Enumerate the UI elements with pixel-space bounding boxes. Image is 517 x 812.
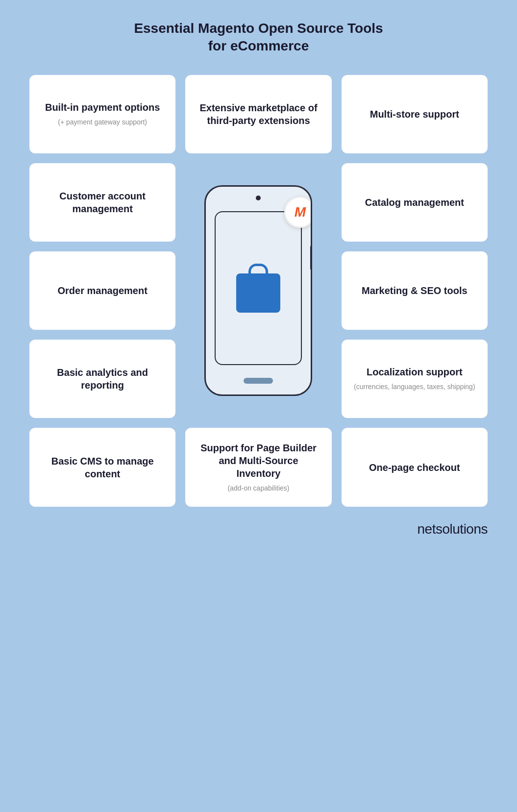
card-title: Order management	[57, 284, 147, 297]
card-title: One-page checkout	[369, 461, 460, 474]
phone-camera-dot	[256, 196, 261, 200]
card-multi-store: Multi-store support	[342, 75, 488, 153]
card-title: Extensive marketplace of third-party ext…	[197, 101, 320, 127]
phone-body: M	[204, 185, 312, 396]
card-order-management: Order management	[29, 251, 175, 330]
magento-logo-badge: M	[284, 197, 312, 228]
phone-home-bar	[244, 378, 273, 384]
bag-body	[236, 273, 280, 313]
card-title: Multi-store support	[370, 108, 459, 121]
brand-logo: netsolutions	[418, 521, 488, 537]
card-one-page-checkout: One-page checkout	[342, 428, 488, 507]
card-customer-account: Customer account management	[29, 163, 175, 242]
shopping-bag-icon	[236, 264, 280, 313]
main-grid: Built-in payment options (+ payment gate…	[29, 75, 488, 507]
phone-illustration: M	[185, 163, 331, 418]
card-subtitle: (+ payment gateway support)	[58, 118, 147, 127]
phone-screen	[215, 211, 302, 365]
phone-side-button	[310, 246, 312, 270]
logo-area: netsolutions	[29, 521, 488, 537]
card-subtitle: (add-on capabilities)	[227, 484, 289, 493]
page-title: Essential Magento Open Source Tools for …	[134, 20, 383, 55]
card-extensive-marketplace: Extensive marketplace of third-party ext…	[185, 75, 331, 153]
card-page-builder: Support for Page Builder and Multi-Sourc…	[185, 428, 331, 507]
card-title: Localization support	[367, 366, 463, 378]
card-title: Basic CMS to manage content	[41, 455, 164, 480]
card-catalog-management: Catalog management	[342, 163, 488, 242]
magento-m-letter: M	[295, 205, 306, 219]
card-marketing-seo: Marketing & SEO tools	[342, 251, 488, 330]
card-title: Customer account management	[41, 190, 164, 215]
card-title: Built-in payment options	[45, 101, 160, 114]
card-subtitle: (currencies, languages, taxes, shipping)	[354, 382, 475, 392]
card-title: Marketing & SEO tools	[362, 284, 468, 297]
card-basic-analytics: Basic analytics and reporting	[29, 340, 175, 418]
phone-wrapper: M	[204, 185, 312, 396]
card-basic-cms: Basic CMS to manage content	[29, 428, 175, 507]
card-built-in-payment: Built-in payment options (+ payment gate…	[29, 75, 175, 153]
card-title: Basic analytics and reporting	[41, 366, 164, 392]
card-title: Support for Page Builder and Multi-Sourc…	[197, 442, 320, 480]
card-localization: Localization support (currencies, langua…	[342, 340, 488, 418]
card-title: Catalog management	[365, 196, 464, 209]
